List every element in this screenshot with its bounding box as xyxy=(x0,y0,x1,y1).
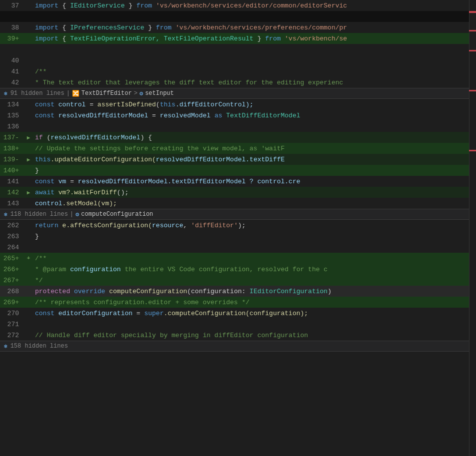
line-268: 268 protected override computeConfigurat… xyxy=(0,286,476,297)
line-content-268: protected override computeConfiguration(… xyxy=(33,288,476,295)
hidden-lines-bar-1[interactable]: ❄ 91 hidden lines | 🔀 TextDiffEditor > ⚙… xyxy=(0,88,476,99)
line-265: 265+ + /** xyxy=(0,253,476,264)
line-140: 140+ } xyxy=(0,165,476,176)
arrow-icon-137: ▶ xyxy=(27,134,30,141)
line-content-141: const vm = resolvedDiffEditorModel.textD… xyxy=(33,178,476,185)
line-41: 41 /** xyxy=(0,66,476,77)
line-content-37: import { IEditorService } from 'vs/workb… xyxy=(33,2,476,9)
line-gutter-137: ▶ xyxy=(24,134,33,141)
line-37: 37 import { IEditorService } from 'vs/wo… xyxy=(0,0,476,11)
scrollbar-track[interactable] xyxy=(469,0,476,456)
line-number-136: 136 xyxy=(0,123,24,130)
line-271: 271 xyxy=(0,319,476,330)
line-number-264: 264 xyxy=(0,244,24,251)
line-38: 38 import { IPreferencesService } from '… xyxy=(0,22,476,33)
line-blank-1 xyxy=(0,11,476,22)
line-137: 137- ▶ if (resolvedDiffEditorModel) { xyxy=(0,132,476,143)
line-content-269: /** represents configuration.editor + so… xyxy=(33,299,476,306)
line-content-135: const resolvedDiffEditorModel = resolved… xyxy=(33,112,476,119)
breadcrumb-sep-2: | xyxy=(70,211,74,218)
line-number-39: 39+ xyxy=(0,35,24,42)
line-number-271: 271 xyxy=(0,321,24,328)
line-number-263: 263 xyxy=(0,233,24,240)
line-number-41: 41 xyxy=(0,68,24,75)
line-number-265: 265+ xyxy=(0,255,24,262)
line-number-134: 134 xyxy=(0,101,24,108)
line-141: 141 const vm = resolvedDiffEditorModel.t… xyxy=(0,176,476,187)
change-indicator-2 xyxy=(469,30,476,31)
line-number-266: 266+ xyxy=(0,266,24,273)
line-42: 42 * The text editor that leverages the … xyxy=(0,77,476,88)
line-number-142: 142 xyxy=(0,189,24,196)
line-number-262: 262 xyxy=(0,222,24,229)
line-gutter-139: ▶ xyxy=(24,156,33,163)
editor-container: 37 import { IEditorService } from 'vs/wo… xyxy=(0,0,476,456)
line-content-140: } xyxy=(33,167,476,174)
line-content-263: } xyxy=(33,233,476,240)
code-area[interactable]: 37 import { IEditorService } from 'vs/wo… xyxy=(0,0,476,456)
breadcrumb-method-1: setInput xyxy=(145,90,174,97)
method-icon-2: ⚙ xyxy=(76,211,79,218)
line-content-262: return e.affectsConfiguration(resource, … xyxy=(33,222,476,229)
line-number-140: 140+ xyxy=(0,167,24,174)
line-number-40: 40 xyxy=(0,57,24,64)
arrow-icon-139: ▶ xyxy=(27,156,30,163)
line-number-141: 141 xyxy=(0,178,24,185)
hidden-lines-count-3: 158 hidden lines xyxy=(10,343,68,350)
line-143: 143 control.setModel(vm); xyxy=(0,198,476,209)
line-content-270: const editorConfiguration = super.comput… xyxy=(33,310,476,317)
line-number-143: 143 xyxy=(0,200,24,207)
line-content-38: import { IPreferencesService } from 'vs/… xyxy=(33,24,476,31)
line-content-41: /** xyxy=(33,68,476,75)
line-134: 134 const control = assertIsDefined(this… xyxy=(0,99,476,110)
line-content-272: // Handle diff editor specially by mergi… xyxy=(33,332,476,339)
line-number-269: 269+ xyxy=(0,299,24,306)
line-number-42: 42 xyxy=(0,79,24,86)
line-number-270: 270 xyxy=(0,310,24,317)
line-40: 40 xyxy=(0,55,476,66)
line-content-39: import { TextFileOperationError, TextFil… xyxy=(33,35,476,42)
change-indicator-1 xyxy=(469,11,476,13)
line-gutter-265: + xyxy=(24,255,33,261)
line-content-266: * @param configuration the entire VS Cod… xyxy=(33,266,476,273)
line-135: 135 const resolvedDiffEditorModel = reso… xyxy=(0,110,476,121)
line-number-267: 267+ xyxy=(0,277,24,284)
line-gutter-142: ▶ xyxy=(24,189,33,196)
line-blank-2 xyxy=(0,44,476,55)
line-number-38: 38 xyxy=(0,24,24,31)
line-content-267: */ xyxy=(33,277,476,284)
hidden-lines-count-1: 91 hidden lines xyxy=(10,90,64,97)
line-content-134: const control = assertIsDefined(this.dif… xyxy=(33,101,476,108)
line-number-138: 138+ xyxy=(0,145,24,152)
breadcrumb-class-1: TextDiffEditor xyxy=(82,90,132,97)
hidden-lines-count-2: 118 hidden lines xyxy=(10,211,68,218)
line-content-143: control.setModel(vm); xyxy=(33,200,476,207)
collapse-icon-2: ❄ xyxy=(4,211,8,218)
line-269: 269+ /** represents configuration.editor… xyxy=(0,297,476,308)
line-content-265: /** xyxy=(33,255,476,262)
line-266: 266+ * @param configuration the entire V… xyxy=(0,264,476,275)
breadcrumb-method-2: computeConfiguration xyxy=(81,211,153,218)
line-content-142: await vm?.waitForDiff(); xyxy=(33,189,476,196)
line-139: 139- ▶ this.updateEditorConfiguration(re… xyxy=(0,154,476,165)
line-content-139: this.updateEditorConfiguration(resolvedD… xyxy=(33,156,476,163)
line-142: 142 ▶ await vm?.waitForDiff(); xyxy=(0,187,476,198)
change-indicator-4 xyxy=(469,90,476,91)
breadcrumb-sep-1: | xyxy=(66,90,70,97)
collapse-icon-1: ❄ xyxy=(4,90,8,97)
arrow-icon-142: ▶ xyxy=(27,189,30,196)
line-136: 136 xyxy=(0,121,476,132)
hidden-lines-bar-3[interactable]: ❄ 158 hidden lines xyxy=(0,341,476,352)
breadcrumb-arrow-1: > xyxy=(134,90,138,97)
change-indicator-5 xyxy=(469,150,476,151)
hidden-lines-bar-2[interactable]: ❄ 118 hidden lines | ⚙ computeConfigurat… xyxy=(0,209,476,220)
class-icon-1: 🔀 xyxy=(72,90,80,97)
plus-icon-265: + xyxy=(27,255,30,261)
line-264: 264 xyxy=(0,242,476,253)
line-content-138: // Update the settings before creating t… xyxy=(33,145,476,152)
line-267: 267+ */ xyxy=(0,275,476,286)
line-number-268: 268 xyxy=(0,288,24,295)
line-138: 138+ // Update the settings before creat… xyxy=(0,143,476,154)
change-indicator-3 xyxy=(469,50,476,51)
line-263: 263 } xyxy=(0,231,476,242)
